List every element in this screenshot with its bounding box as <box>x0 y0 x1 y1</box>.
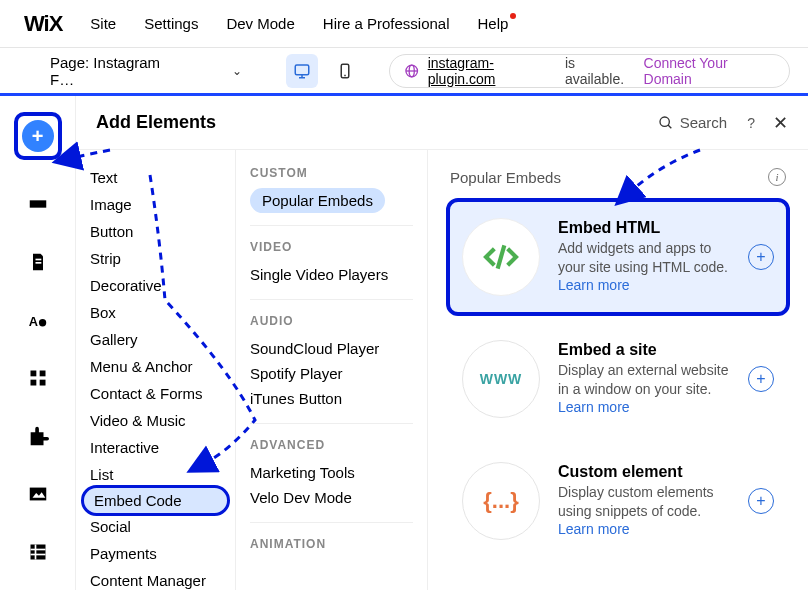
svg-line-25 <box>498 245 505 268</box>
domain-available-pill: instagram-plugin.com is available. Conne… <box>389 54 790 88</box>
cat-gallery[interactable]: Gallery <box>76 326 235 353</box>
tool-sidebar: + A <box>0 96 76 590</box>
add-elements-button[interactable]: + <box>22 120 54 152</box>
desktop-view-button[interactable] <box>286 54 319 88</box>
panel-body: Text Image Button Strip Decorative Box G… <box>76 150 808 590</box>
embed-custom-learn-more[interactable]: Learn more <box>558 521 630 537</box>
svg-text:A: A <box>28 314 37 329</box>
svg-rect-8 <box>29 200 46 207</box>
menu-settings[interactable]: Settings <box>144 15 198 32</box>
sections-icon[interactable] <box>24 190 52 218</box>
cat-menu-anchor[interactable]: Menu & Anchor <box>76 353 235 380</box>
data-icon[interactable] <box>24 538 52 566</box>
page-label: Page: Instagram F… <box>50 54 182 88</box>
svg-rect-9 <box>35 259 41 261</box>
cat-embed-code[interactable]: Embed Code <box>84 488 227 513</box>
sub-head-advanced: ADVANCED <box>250 438 413 452</box>
domain-name[interactable]: instagram-plugin.com <box>428 55 557 87</box>
sub-velo[interactable]: Velo Dev Mode <box>250 485 413 510</box>
mobile-icon <box>336 62 354 80</box>
panel-header: Add Elements Search ? ✕ <box>76 96 808 150</box>
panel-help-button[interactable]: ? <box>747 115 755 131</box>
cat-interactive[interactable]: Interactive <box>76 434 235 461</box>
pages-icon[interactable] <box>24 248 52 276</box>
svg-rect-16 <box>39 380 45 386</box>
embed-card-html[interactable]: Embed HTML Add widgets and apps to your … <box>450 202 786 312</box>
embed-site-learn-more[interactable]: Learn more <box>558 399 630 415</box>
addon-icon[interactable] <box>24 422 52 450</box>
svg-line-24 <box>668 125 671 128</box>
add-embed-custom-button[interactable]: + <box>748 488 774 514</box>
embed-card-site[interactable]: WWW Embed a site Display an external web… <box>450 324 786 434</box>
cat-image[interactable]: Image <box>76 191 235 218</box>
code-icon <box>462 218 540 296</box>
cat-list[interactable]: List <box>76 461 235 488</box>
panel-close-button[interactable]: ✕ <box>773 112 788 134</box>
svg-rect-15 <box>30 380 36 386</box>
embed-html-title: Embed HTML <box>558 219 730 237</box>
www-icon: WWW <box>462 340 540 418</box>
cat-box[interactable]: Box <box>76 299 235 326</box>
cat-payments[interactable]: Payments <box>76 540 235 567</box>
domain-available-text: is available. <box>565 55 636 87</box>
svg-point-12 <box>38 319 45 326</box>
embed-html-desc: Add widgets and apps to your site using … <box>558 239 730 296</box>
mobile-view-button[interactable] <box>328 54 361 88</box>
svg-rect-14 <box>39 371 45 377</box>
cat-content-manager[interactable]: Content Manager <box>76 567 235 590</box>
cat-text[interactable]: Text <box>76 164 235 191</box>
add-embed-site-button[interactable]: + <box>748 366 774 392</box>
embed-html-learn-more[interactable]: Learn more <box>558 277 630 293</box>
workspace: + A Add Elements Search ? ✕ Text Image B <box>0 96 808 590</box>
menu-site[interactable]: Site <box>90 15 116 32</box>
theme-icon[interactable]: A <box>24 306 52 334</box>
subcategory-list: CUSTOM Popular Embeds VIDEO Single Video… <box>236 150 428 590</box>
wix-logo: WiX <box>24 11 62 37</box>
plus-icon: + <box>32 125 44 148</box>
embed-custom-desc: Display custom elements using snippets o… <box>558 483 730 540</box>
media-icon[interactable] <box>24 480 52 508</box>
apps-icon[interactable] <box>24 364 52 392</box>
menu-hire[interactable]: Hire a Professional <box>323 15 450 32</box>
sub-head-audio: AUDIO <box>250 314 413 328</box>
sub-popular-embeds[interactable]: Popular Embeds <box>250 188 385 213</box>
embed-heading: Popular Embeds <box>450 169 768 186</box>
cat-contact-forms[interactable]: Contact & Forms <box>76 380 235 407</box>
menu-help[interactable]: Help <box>478 15 509 32</box>
panel-title: Add Elements <box>96 112 658 133</box>
top-menu-bar: WiX Site Settings Dev Mode Hire a Profes… <box>0 0 808 48</box>
info-icon[interactable]: i <box>768 168 786 186</box>
embed-site-title: Embed a site <box>558 341 730 359</box>
braces-icon: {...} <box>462 462 540 540</box>
embed-card-custom[interactable]: {...} Custom element Display custom elem… <box>450 446 786 556</box>
chevron-down-icon: ⌄ <box>232 64 242 78</box>
menu-dev-mode[interactable]: Dev Mode <box>226 15 294 32</box>
add-embed-html-button[interactable]: + <box>748 244 774 270</box>
sub-itunes[interactable]: iTunes Button <box>250 386 413 411</box>
search-input[interactable]: Search <box>658 114 728 131</box>
sub-single-video[interactable]: Single Video Players <box>250 262 413 287</box>
cat-button[interactable]: Button <box>76 218 235 245</box>
svg-rect-13 <box>30 371 36 377</box>
embed-custom-title: Custom element <box>558 463 730 481</box>
embed-heading-row: Popular Embeds i <box>450 168 786 186</box>
cat-video-music[interactable]: Video & Music <box>76 407 235 434</box>
svg-rect-10 <box>35 262 41 264</box>
page-bar: Page: Instagram F… ⌄ instagram-plugin.co… <box>0 48 808 96</box>
divider <box>250 522 413 523</box>
main-menu: Site Settings Dev Mode Hire a Profession… <box>90 15 508 32</box>
cat-decorative[interactable]: Decorative <box>76 272 235 299</box>
sub-spotify[interactable]: Spotify Player <box>250 361 413 386</box>
connect-domain-link[interactable]: Connect Your Domain <box>644 55 775 87</box>
sub-marketing[interactable]: Marketing Tools <box>250 460 413 485</box>
svg-rect-19 <box>30 545 45 560</box>
globe-icon <box>404 63 419 79</box>
cat-social[interactable]: Social <box>76 513 235 540</box>
cat-strip[interactable]: Strip <box>76 245 235 272</box>
page-selector[interactable]: Page: Instagram F… ⌄ <box>40 48 252 94</box>
desktop-icon <box>293 62 311 80</box>
svg-point-23 <box>660 117 669 126</box>
search-placeholder: Search <box>680 114 728 131</box>
svg-rect-0 <box>295 65 309 75</box>
sub-soundcloud[interactable]: SoundCloud Player <box>250 336 413 361</box>
